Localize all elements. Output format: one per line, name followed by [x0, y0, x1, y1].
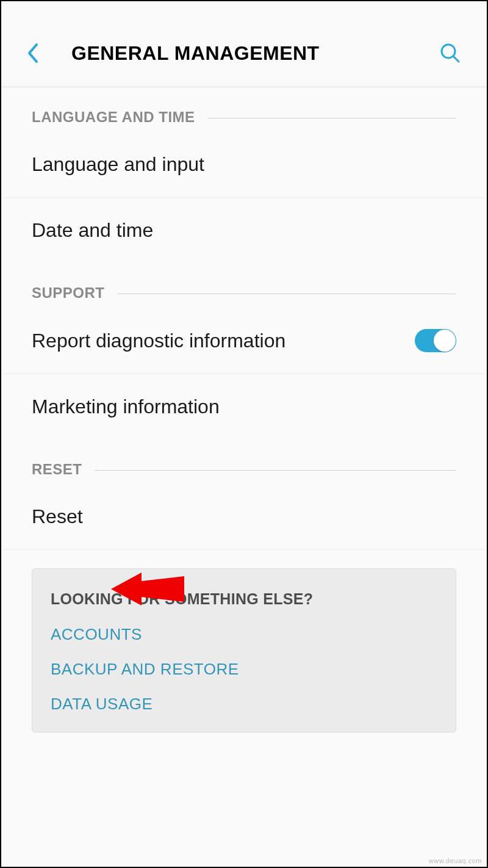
- item-label: Date and time: [32, 219, 456, 242]
- settings-content: LANGUAGE AND TIME Language and input Dat…: [1, 87, 487, 732]
- item-label: Marketing information: [32, 396, 456, 418]
- page-title: GENERAL MANAGEMENT: [71, 42, 438, 65]
- section-header-label: LANGUAGE AND TIME: [32, 109, 195, 126]
- toggle-knob: [434, 330, 456, 352]
- item-reset[interactable]: Reset: [1, 484, 487, 550]
- watermark: www.deuaq.com: [429, 857, 482, 864]
- link-data-usage[interactable]: DATA USAGE: [51, 695, 437, 714]
- toggle-report-diagnostic[interactable]: [415, 329, 456, 352]
- section-header-reset: RESET: [1, 439, 487, 484]
- section-header-support: SUPPORT: [1, 263, 487, 308]
- divider: [117, 294, 456, 294]
- link-backup-and-restore[interactable]: BACKUP AND RESTORE: [51, 660, 437, 679]
- svg-line-1: [453, 56, 459, 62]
- item-report-diagnostic[interactable]: Report diagnostic information: [1, 308, 487, 374]
- item-label: Reset: [32, 505, 456, 528]
- item-language-and-input[interactable]: Language and input: [1, 132, 487, 198]
- search-icon: [439, 42, 461, 64]
- search-button[interactable]: [438, 41, 462, 65]
- section-header-label: RESET: [32, 461, 82, 478]
- chevron-left-icon: [26, 42, 39, 64]
- header-bar: GENERAL MANAGEMENT: [1, 29, 487, 87]
- footer-suggestions-box: LOOKING FOR SOMETHING ELSE? ACCOUNTS BAC…: [32, 568, 456, 732]
- footer-title: LOOKING FOR SOMETHING ELSE?: [51, 590, 437, 608]
- section-header-label: SUPPORT: [32, 284, 105, 302]
- item-label: Report diagnostic information: [32, 330, 415, 352]
- item-date-and-time[interactable]: Date and time: [1, 198, 487, 263]
- back-button[interactable]: [26, 41, 50, 65]
- section-header-language-time: LANGUAGE AND TIME: [1, 87, 487, 132]
- divider: [95, 470, 456, 471]
- item-marketing-information[interactable]: Marketing information: [1, 374, 487, 439]
- link-accounts[interactable]: ACCOUNTS: [51, 625, 437, 644]
- divider: [207, 118, 456, 118]
- item-label: Language and input: [32, 153, 456, 176]
